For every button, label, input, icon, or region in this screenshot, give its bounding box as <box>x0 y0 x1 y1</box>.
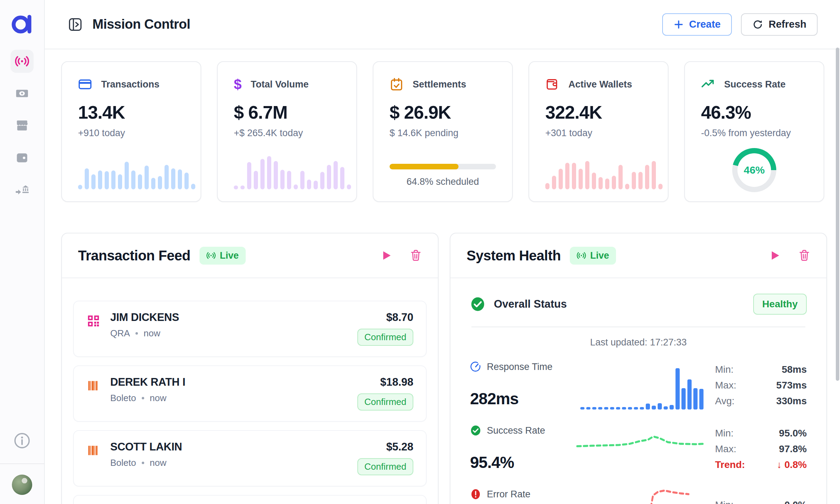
transaction-time: now <box>150 393 167 404</box>
settlement-progress-label: 64.8% scheduled <box>390 176 496 187</box>
customer-name: DEREK RATH I <box>110 376 186 388</box>
stat-card-sub: +301 today <box>545 128 652 139</box>
metric-value: 95.4% <box>470 453 573 472</box>
stat-card-title: Active Wallets <box>568 79 632 90</box>
stat-card-title: Settlements <box>413 79 466 90</box>
transaction-row[interactable]: DEREK RATH I Boleto now $18.98 Confirmed <box>73 365 427 422</box>
last-updated: Last updated: 17:27:33 <box>470 337 807 348</box>
stat-card-title: Success Rate <box>724 79 786 90</box>
page-scrollbar[interactable] <box>836 48 839 381</box>
stat-cards-row: Transactions 13.4K +910 today $ Total Vo… <box>61 61 824 202</box>
live-badge: Live <box>200 247 246 265</box>
payment-method: QRA <box>110 328 130 339</box>
dollar-icon: $ <box>234 77 241 91</box>
payment-method: Boleto <box>110 457 136 468</box>
transaction-amount: $18.98 <box>357 376 413 388</box>
banknote-icon <box>15 87 29 100</box>
status-badge: Confirmed <box>357 329 413 346</box>
stat-card-sub: -0.5% from yesterday <box>701 128 807 139</box>
broadcast-icon <box>206 251 216 260</box>
header: Mission Control Create Refresh <box>45 0 840 49</box>
transaction-feed-title: Transaction Feed <box>78 248 190 264</box>
transaction-feed-panel: Transaction Feed Live <box>61 233 439 504</box>
bank-transfer-icon <box>15 183 29 197</box>
sidebar-divider <box>0 463 44 464</box>
donut-label: 46% <box>744 164 765 176</box>
sidebar-item-payments[interactable] <box>10 82 34 105</box>
stat-card-value: 13.4K <box>78 102 184 123</box>
refresh-icon <box>752 19 763 30</box>
play-button[interactable] <box>770 250 780 261</box>
transaction-row[interactable]: RUDOLPH GRADY-HOMENICK Credit Card now $… <box>73 495 427 504</box>
transaction-time: now <box>144 328 160 339</box>
transaction-feed-list: JIM DICKENS QRA now $8.70 Confirmed <box>62 278 438 504</box>
transaction-amount: $8.70 <box>357 311 413 324</box>
stat-card-active-wallets: Active Wallets 322.4K +301 today <box>528 61 668 202</box>
sidebar <box>0 0 45 504</box>
dot-separator <box>135 332 138 335</box>
trash-button[interactable] <box>798 249 810 262</box>
user-avatar[interactable] <box>12 475 32 495</box>
dot-separator <box>142 397 144 399</box>
transaction-time: now <box>150 457 167 468</box>
success-rate-sparkline <box>575 423 706 475</box>
healthy-badge: Healthy <box>753 294 807 315</box>
sidebar-item-merchants[interactable] <box>10 114 34 137</box>
barcode-icon <box>86 443 102 475</box>
stat-card-value: $ 26.9K <box>390 102 496 123</box>
create-button[interactable]: Create <box>662 13 732 36</box>
play-button[interactable] <box>382 250 392 261</box>
metric-label: Error Rate <box>487 489 531 500</box>
overall-status-label: Overall Status <box>494 298 567 310</box>
customer-name: JIM DICKENS <box>110 311 179 324</box>
wallet-icon <box>545 77 559 91</box>
live-badge: Live <box>570 247 616 265</box>
response-time-sparkline <box>575 359 706 412</box>
plus-icon <box>673 19 684 30</box>
metric-error-rate: Error Rate 4.4% Min:0.0% Max:4.6% <box>470 486 807 504</box>
settlement-progress-track <box>390 164 496 169</box>
success-rate-donut: 46% <box>732 148 776 192</box>
panel-toggle-icon[interactable] <box>68 17 83 32</box>
transaction-row[interactable]: JIM DICKENS QRA now $8.70 Confirmed <box>73 301 427 357</box>
app-logo[interactable] <box>11 8 33 36</box>
metric-label: Success Rate <box>487 425 545 436</box>
metric-label: Response Time <box>487 362 553 372</box>
stat-card-value: $ 6.7M <box>234 102 340 123</box>
status-badge: Confirmed <box>357 393 413 411</box>
sparkline-bars <box>78 152 184 189</box>
system-health-title: System Health <box>467 248 561 264</box>
wallet-icon <box>15 151 29 164</box>
metric-success-rate: Success Rate 95.4% Min:95.0% Max:97.8% T… <box>470 423 807 475</box>
trash-button[interactable] <box>410 249 422 262</box>
metric-response-time: Response Time 282ms Min:58ms Max:573ms A… <box>470 359 807 412</box>
sparkline-bars <box>545 152 652 189</box>
storefront-icon <box>15 119 29 132</box>
trending-up-icon <box>701 77 715 91</box>
error-rate-sparkline <box>575 486 706 504</box>
stat-card-sub: +$ 265.4K today <box>234 128 340 139</box>
barcode-icon <box>86 379 102 411</box>
sidebar-item-payouts[interactable] <box>10 178 34 202</box>
sidebar-nav <box>10 50 34 202</box>
divider <box>471 327 805 327</box>
sparkline-bars <box>234 152 340 189</box>
metric-value: 282ms <box>470 389 573 408</box>
transaction-row[interactable]: SCOTT LAKIN Boleto now $5.28 Confirmed <box>73 430 427 486</box>
stat-card-value: 46.3% <box>701 102 807 123</box>
gauge-icon <box>470 361 481 372</box>
status-badge: Confirmed <box>357 458 413 475</box>
info-button[interactable] <box>13 432 31 449</box>
overall-status-row: Overall Status Healthy <box>470 294 807 315</box>
mission-control-page: Mission Control Create Refresh <box>0 0 840 504</box>
stat-card-transactions: Transactions 13.4K +910 today <box>61 61 201 202</box>
page-title: Mission Control <box>92 17 190 32</box>
credit-card-icon <box>78 77 92 91</box>
refresh-button[interactable]: Refresh <box>741 13 818 36</box>
sidebar-item-live-feed[interactable] <box>10 50 34 73</box>
alert-circle-icon <box>470 489 481 500</box>
check-circle-icon <box>470 425 481 436</box>
stat-card-sub: $ 14.6K pending <box>390 128 496 139</box>
stat-card-sub: +910 today <box>78 128 184 139</box>
sidebar-item-wallets[interactable] <box>10 146 34 169</box>
